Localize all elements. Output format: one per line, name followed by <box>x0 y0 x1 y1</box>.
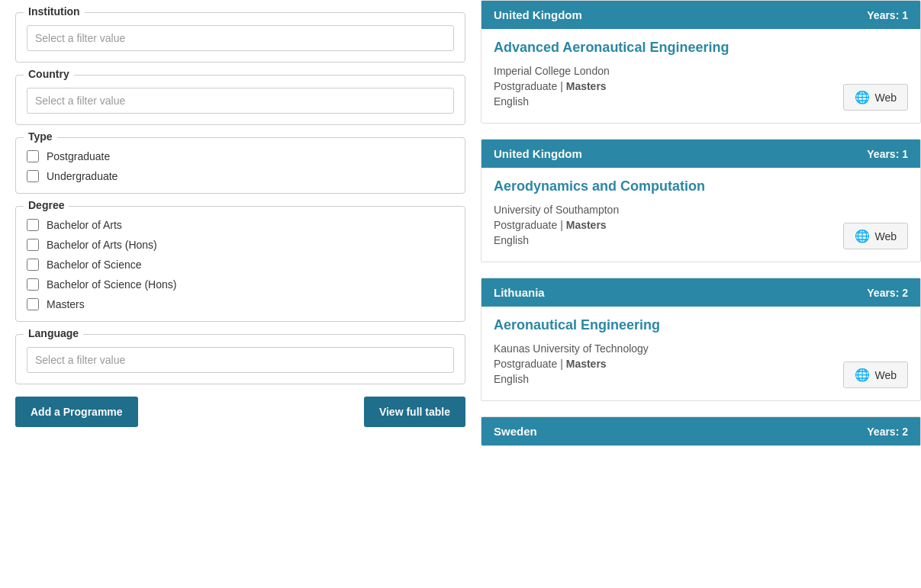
card-years-3: Years: 2 <box>867 426 908 438</box>
degree-bachelor-arts-checkbox[interactable] <box>27 219 39 231</box>
institution-select[interactable]: Select a filter value <box>27 25 454 51</box>
card-years-1: Years: 1 <box>867 148 908 160</box>
card-type-separator-0: | <box>560 80 566 92</box>
card-title-2[interactable]: Aeronautical Engineering <box>494 317 908 333</box>
card-type-label-2: Postgraduate <box>494 358 557 370</box>
card-body-2: Aeronautical Engineering Kaunas Universi… <box>481 307 920 400</box>
card-degree-2: Masters <box>566 358 607 370</box>
view-full-table-button[interactable]: View full table <box>364 397 465 427</box>
card-type-label-0: Postgraduate <box>494 80 557 92</box>
degree-bachelor-science-label: Bachelor of Science <box>47 259 142 271</box>
country-filter: Country Select a filter value <box>15 75 465 125</box>
card-years-0: Years: 1 <box>867 9 908 21</box>
card-country-2: Lithuania <box>494 286 545 299</box>
right-panel: United Kingdom Years: 1 Advanced Aeronau… <box>481 0 921 588</box>
add-programme-button[interactable]: Add a Programme <box>15 397 138 427</box>
language-label: Language <box>24 327 83 339</box>
card-body-1: Aerodynamics and Computation University … <box>481 168 920 262</box>
programme-card-3: Sweden Years: 2 <box>481 416 921 446</box>
card-type-label-1: Postgraduate <box>494 219 557 231</box>
degree-masters-item[interactable]: Masters <box>27 298 454 310</box>
degree-masters-checkbox[interactable] <box>27 298 39 310</box>
card-degree-0: Masters <box>566 80 607 92</box>
programme-card-2: Lithuania Years: 2 Aeronautical Engineer… <box>481 278 921 401</box>
card-web-label-1: Web <box>874 230 897 243</box>
card-web-button-0[interactable]: 🌐 Web <box>843 84 908 111</box>
globe-icon-0: 🌐 <box>855 90 870 104</box>
card-country-1: United Kingdom <box>494 147 582 160</box>
institution-filter: Institution Select a filter value <box>15 12 465 63</box>
globe-icon-1: 🌐 <box>855 229 870 243</box>
type-undergraduate-label: Undergraduate <box>47 170 118 182</box>
degree-checkbox-list: Bachelor of Arts Bachelor of Arts (Hons)… <box>27 219 454 310</box>
language-select[interactable]: Select a filter value <box>27 347 454 373</box>
card-web-label-2: Web <box>874 369 897 381</box>
institution-label: Institution <box>24 5 85 18</box>
card-years-2: Years: 2 <box>867 287 908 299</box>
degree-bachelor-science-hons-item[interactable]: Bachelor of Science (Hons) <box>27 278 454 291</box>
card-type-separator-2: | <box>560 358 566 370</box>
card-header-2: Lithuania Years: 2 <box>481 278 920 307</box>
type-postgraduate-item[interactable]: Postgraduate <box>27 150 454 162</box>
type-undergraduate-checkbox[interactable] <box>27 170 39 182</box>
card-web-button-2[interactable]: 🌐 Web <box>843 361 908 388</box>
card-country-3: Sweden <box>494 425 537 438</box>
degree-bachelor-arts-hons-checkbox[interactable] <box>27 239 39 251</box>
card-body-0: Advanced Aeronautical Engineering Imperi… <box>481 29 920 123</box>
type-checkbox-list: Postgraduate Undergraduate <box>27 150 454 182</box>
card-header-0: United Kingdom Years: 1 <box>481 1 920 29</box>
card-web-button-1[interactable]: 🌐 Web <box>843 223 908 249</box>
card-institution-2: Kaunas University of Technology <box>494 342 908 355</box>
degree-bachelor-arts-label: Bachelor of Arts <box>47 219 122 231</box>
degree-filter: Degree Bachelor of Arts Bachelor of Arts… <box>15 206 465 322</box>
degree-bachelor-arts-hons-item[interactable]: Bachelor of Arts (Hons) <box>27 239 454 251</box>
card-type-separator-1: | <box>560 219 566 231</box>
programme-card-1: United Kingdom Years: 1 Aerodynamics and… <box>481 139 921 262</box>
globe-icon-2: 🌐 <box>855 368 870 382</box>
degree-masters-label: Masters <box>47 298 85 310</box>
card-header-1: United Kingdom Years: 1 <box>481 140 920 168</box>
degree-bachelor-science-hons-label: Bachelor of Science (Hons) <box>47 278 176 291</box>
degree-label: Degree <box>24 199 69 211</box>
degree-bachelor-science-hons-checkbox[interactable] <box>27 278 39 291</box>
type-label: Type <box>24 130 57 143</box>
country-label: Country <box>24 68 74 80</box>
card-title-1[interactable]: Aerodynamics and Computation <box>494 178 908 194</box>
programme-card-0: United Kingdom Years: 1 Advanced Aeronau… <box>481 0 921 124</box>
left-panel: Institution Select a filter value Countr… <box>0 0 481 588</box>
card-country-0: United Kingdom <box>494 8 582 21</box>
card-title-0[interactable]: Advanced Aeronautical Engineering <box>494 40 908 56</box>
card-header-3: Sweden Years: 2 <box>481 417 920 445</box>
type-undergraduate-item[interactable]: Undergraduate <box>27 170 454 182</box>
country-select[interactable]: Select a filter value <box>27 88 454 114</box>
degree-bachelor-science-checkbox[interactable] <box>27 259 39 271</box>
degree-bachelor-arts-item[interactable]: Bachelor of Arts <box>27 219 454 231</box>
type-postgraduate-checkbox[interactable] <box>27 150 39 162</box>
filter-buttons: Add a Programme View full table <box>15 397 465 427</box>
card-institution-1: University of Southampton <box>494 204 908 216</box>
card-institution-0: Imperial College London <box>494 65 908 77</box>
type-filter: Type Postgraduate Undergraduate <box>15 137 465 194</box>
type-postgraduate-label: Postgraduate <box>47 150 110 162</box>
degree-bachelor-science-item[interactable]: Bachelor of Science <box>27 259 454 271</box>
card-degree-1: Masters <box>566 219 607 231</box>
card-web-label-0: Web <box>874 92 897 104</box>
degree-bachelor-arts-hons-label: Bachelor of Arts (Hons) <box>47 239 157 251</box>
language-filter: Language Select a filter value <box>15 334 465 384</box>
